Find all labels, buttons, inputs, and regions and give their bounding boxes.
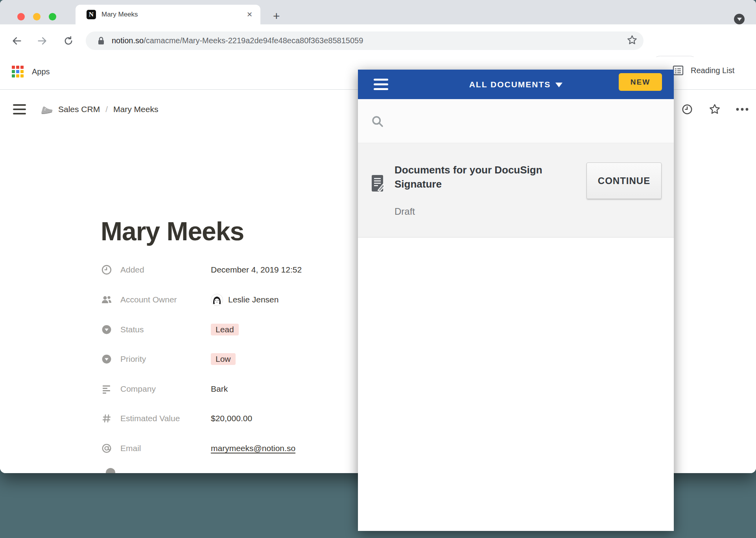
select-dropdown-icon bbox=[101, 324, 112, 335]
property-label: Estimated Value bbox=[120, 414, 211, 423]
property-label: Company bbox=[120, 384, 211, 394]
property-label: Added bbox=[120, 265, 211, 275]
property-row-account-owner[interactable]: Account Owner Leslie Jensen bbox=[101, 291, 278, 308]
email-at-icon bbox=[101, 443, 112, 453]
status-tag[interactable]: Lead bbox=[211, 324, 239, 335]
reading-list-button[interactable]: Reading List bbox=[673, 65, 734, 76]
docusign-popup: ALL DOCUMENTS NEW Documents for your Doc… bbox=[358, 70, 674, 531]
reading-list-label: Reading List bbox=[691, 66, 734, 75]
breadcrumb-page[interactable]: Mary Meeks bbox=[113, 105, 158, 114]
continue-button[interactable]: CONTINUE bbox=[586, 162, 662, 199]
property-label: Priority bbox=[120, 354, 211, 364]
property-value-priority[interactable]: Low bbox=[211, 353, 236, 365]
sneaker-icon bbox=[39, 102, 54, 116]
property-row-priority[interactable]: Priority Low bbox=[101, 350, 236, 368]
browser-tab[interactable]: N Mary Meeks ✕ bbox=[76, 5, 260, 24]
folder-dropdown-label: ALL DOCUMENTS bbox=[469, 80, 551, 89]
reading-list-icon bbox=[673, 65, 684, 76]
property-row-status[interactable]: Status Lead bbox=[101, 321, 239, 338]
property-label: Email bbox=[120, 444, 211, 453]
back-icon bbox=[11, 35, 22, 46]
page-history-button[interactable] bbox=[673, 103, 701, 115]
tab-search-button[interactable] bbox=[734, 14, 745, 24]
ellipsis-icon bbox=[736, 107, 749, 111]
property-value-account-owner[interactable]: Leslie Jensen bbox=[211, 294, 278, 306]
person-avatar bbox=[211, 294, 223, 306]
property-row-company[interactable]: Company Bark bbox=[101, 380, 228, 398]
page-favorite-button[interactable] bbox=[701, 103, 728, 116]
property-label: Account Owner bbox=[120, 295, 211, 304]
sidebar-toggle-button[interactable] bbox=[13, 104, 26, 114]
new-document-button[interactable]: NEW bbox=[619, 73, 662, 91]
property-row-added[interactable]: Added December 4, 2019 12:52 bbox=[101, 261, 302, 278]
tab-close-icon[interactable]: ✕ bbox=[247, 10, 253, 19]
window-zoom-button[interactable] bbox=[49, 13, 56, 20]
tab-title: Mary Meeks bbox=[101, 11, 247, 18]
breadcrumb-workspace[interactable]: Sales CRM bbox=[58, 105, 100, 114]
apps-label: Apps bbox=[32, 67, 50, 76]
browser-toolbar: notion.so/camacme/Mary-Meeks-2219a2de94f… bbox=[0, 24, 756, 57]
document-list-item[interactable]: Documents for your DocuSign Signature Dr… bbox=[358, 143, 674, 238]
tab-strip: N Mary Meeks ✕ + bbox=[0, 0, 756, 24]
star-icon bbox=[626, 34, 638, 46]
page-title[interactable]: Mary Meeks bbox=[101, 216, 244, 246]
window-minimize-button[interactable] bbox=[33, 13, 41, 20]
chevron-down-icon bbox=[737, 18, 742, 21]
property-value-company[interactable]: Bark bbox=[211, 384, 228, 394]
address-bar[interactable]: notion.so/camacme/Mary-Meeks-2219a2de94f… bbox=[86, 31, 644, 50]
forward-button[interactable] bbox=[35, 24, 50, 57]
back-button[interactable] bbox=[9, 24, 24, 57]
reload-button[interactable] bbox=[61, 24, 76, 57]
url-host: notion.so bbox=[112, 36, 144, 45]
property-value-added[interactable]: December 4, 2019 12:52 bbox=[211, 265, 302, 275]
clock-history-icon bbox=[681, 103, 693, 115]
number-hash-icon bbox=[101, 414, 112, 423]
notion-actions bbox=[673, 99, 756, 120]
window-close-button[interactable] bbox=[17, 13, 25, 20]
docusign-header: ALL DOCUMENTS NEW bbox=[358, 70, 674, 99]
partial-next-property-icon bbox=[106, 468, 115, 473]
property-label: Status bbox=[120, 325, 211, 334]
reload-icon bbox=[63, 35, 74, 46]
people-icon bbox=[101, 295, 112, 305]
breadcrumb-separator: / bbox=[105, 105, 108, 114]
chevron-down-icon bbox=[555, 83, 562, 87]
property-row-estimated-value[interactable]: Estimated Value $20,000.00 bbox=[101, 410, 252, 427]
document-signature-icon bbox=[371, 175, 385, 193]
apps-shortcut[interactable]: Apps bbox=[12, 66, 50, 77]
select-dropdown-icon bbox=[101, 354, 112, 364]
desktop: N Mary Meeks ✕ + notion.so/camacme bbox=[0, 0, 756, 538]
bookmark-star-button[interactable] bbox=[626, 34, 638, 46]
forward-icon bbox=[37, 35, 48, 46]
notion-favicon: N bbox=[87, 10, 96, 19]
property-value-email[interactable]: marymeeks@notion.so bbox=[211, 444, 295, 453]
person-name: Leslie Jensen bbox=[228, 295, 278, 304]
page-more-button[interactable] bbox=[728, 107, 756, 111]
document-title[interactable]: Documents for your DocuSign Signature bbox=[395, 163, 572, 191]
new-tab-button[interactable]: + bbox=[273, 10, 280, 22]
clock-icon bbox=[101, 265, 112, 275]
breadcrumb: Sales CRM / Mary Meeks bbox=[39, 99, 158, 120]
priority-tag[interactable]: Low bbox=[211, 353, 236, 365]
url-path: /camacme/Mary-Meeks-2219a2de94fe48eca80f… bbox=[144, 36, 363, 45]
star-icon bbox=[708, 103, 721, 116]
property-value-estimated-value[interactable]: $20,000.00 bbox=[211, 414, 252, 423]
property-row-email[interactable]: Email marymeeks@notion.so bbox=[101, 440, 295, 457]
lock-icon[interactable] bbox=[98, 37, 105, 45]
search-icon bbox=[371, 115, 384, 128]
url-text: notion.so/camacme/Mary-Meeks-2219a2de94f… bbox=[112, 36, 363, 45]
document-status: Draft bbox=[395, 206, 415, 217]
text-align-icon bbox=[101, 384, 112, 394]
apps-grid-icon bbox=[12, 66, 24, 77]
property-value-status[interactable]: Lead bbox=[211, 324, 239, 335]
docusign-search-bar[interactable] bbox=[358, 99, 674, 143]
